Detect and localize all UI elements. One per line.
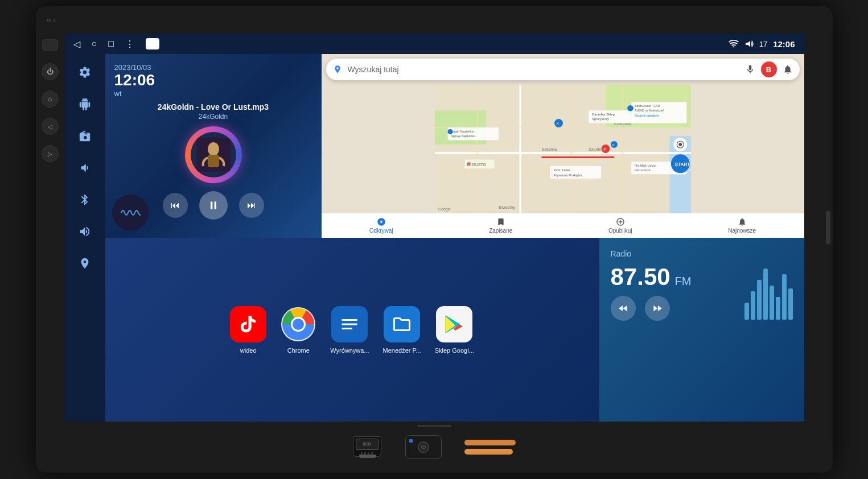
play-pause-button[interactable] <box>199 191 228 220</box>
tab-odkrywaj[interactable]: Odkrywaj <box>369 217 393 234</box>
sidebar-settings[interactable] <box>75 62 95 82</box>
nav-controls[interactable]: ◁ ○ □ ⋮ 🗺 <box>73 38 159 49</box>
camera-accessory <box>405 435 442 459</box>
album-art <box>185 126 242 183</box>
vol-down-side-button[interactable]: ◁ <box>42 118 59 135</box>
home-side-button[interactable]: ⌂ <box>42 90 59 108</box>
sd-card-accessory: 8GB <box>353 436 382 458</box>
radio-controls <box>611 296 670 321</box>
sidebar-location[interactable] <box>75 253 95 274</box>
maps-panel: Wyszukaj tutaj B <box>322 54 804 238</box>
wideo-app-item[interactable]: wideo <box>230 306 266 354</box>
svg-text:START: START <box>674 162 690 167</box>
top-half: 2023/10/03 12:06 wt 24kGoldn - Love Or L… <box>105 54 804 238</box>
music-artist: 24kGoldn <box>114 113 312 121</box>
sklep-label: Sklep Googl... <box>435 347 474 354</box>
prev-button[interactable]: ⏮ <box>163 193 188 218</box>
svg-text:K: K <box>612 143 615 147</box>
frame-top: MIC <box>36 6 833 34</box>
svg-text:Spływy Kajakowe...: Spływy Kajakowe... <box>451 134 476 138</box>
car-unit: MIC ⏻ ⌂ ◁ ▷ 8GB <box>36 6 833 473</box>
radio-equalizer <box>744 297 793 320</box>
tab-zapisane-label: Zapisane <box>489 228 512 234</box>
tab-najnowsze[interactable]: Najnowsze <box>728 217 756 234</box>
tab-zapisane[interactable]: Zapisane <box>489 217 512 234</box>
svg-rect-6 <box>214 201 216 209</box>
frame-right <box>804 34 833 422</box>
menu-button[interactable]: ⋮ <box>125 39 134 49</box>
sd-label: 8GB <box>363 442 371 446</box>
maps-tabs: Odkrywaj Zapisane Opublikuj Najnows <box>322 213 804 238</box>
maps-button[interactable]: 🗺 <box>146 38 159 49</box>
svg-text:Spożywczy: Spożywczy <box>592 117 609 121</box>
tab-odkrywaj-label: Odkrywaj <box>369 228 393 234</box>
wyrownywanie-label: Wyrównywa... <box>330 347 369 354</box>
sidebar-bluetooth[interactable] <box>75 189 95 210</box>
sidebar-vol-down[interactable] <box>75 158 95 178</box>
sidebar-radio[interactable] <box>75 126 95 146</box>
svg-rect-4 <box>208 155 219 167</box>
radio-forward-button[interactable] <box>645 296 670 321</box>
power-side-button[interactable]: ⏻ <box>42 63 59 80</box>
radio-bar-4 <box>763 269 768 320</box>
clock: 12:06 <box>773 39 795 49</box>
svg-point-50 <box>678 143 682 146</box>
music-date: 2023/10/03 <box>114 63 312 72</box>
vol-up-side-button[interactable]: ▷ <box>42 145 59 162</box>
maps-search-bar[interactable]: Wyszukaj tutaj B <box>326 59 800 80</box>
maps-search-text[interactable]: Wyszukaj tutaj <box>348 65 739 74</box>
wifi-icon <box>729 40 739 48</box>
radio-bar-7 <box>782 274 787 320</box>
svg-marker-1 <box>746 41 750 47</box>
home-button[interactable]: ○ <box>92 39 97 49</box>
rst-button[interactable] <box>42 39 58 51</box>
recents-button[interactable]: □ <box>108 39 114 49</box>
svg-text:K: K <box>556 122 559 126</box>
sklep-app-item[interactable]: Sklep Googl... <box>435 306 474 354</box>
svg-text:Ostatnio oglądane: Ostatnio oglądane <box>635 114 659 117</box>
chrome-app-item[interactable]: Chrome <box>280 306 316 354</box>
svg-text:Prywatna Praktyka...: Prywatna Praktyka... <box>553 174 585 177</box>
radio-band: FM <box>675 275 692 288</box>
svg-point-55 <box>447 129 452 134</box>
svg-text:Glazurnicze...: Glazurnicze... <box>635 168 653 172</box>
tab-opublikuj-label: Opublikuj <box>608 228 632 234</box>
wideo-label: wideo <box>240 347 257 354</box>
svg-point-0 <box>733 46 734 47</box>
svg-text:Piotr Keller: Piotr Keller <box>553 168 570 172</box>
apps-panel: wideo <box>105 238 599 422</box>
maps-pin-icon <box>333 64 342 75</box>
user-avatar[interactable]: B <box>761 61 777 77</box>
radio-bar-3 <box>757 280 762 320</box>
radio-rewind-button[interactable] <box>611 296 636 321</box>
back-button[interactable]: ◁ <box>73 39 80 49</box>
menedzer-icon <box>384 306 420 342</box>
signal-strength: 17 <box>759 40 767 48</box>
svg-text:AUDIO na Androidzie!: AUDIO na Androidzie! <box>635 109 664 112</box>
radio-bar-5 <box>770 286 774 320</box>
chrome-label: Chrome <box>287 347 310 354</box>
svg-rect-5 <box>211 201 212 209</box>
radio-bar-8 <box>788 288 793 320</box>
frame-left: ⏻ ⌂ ◁ ▷ <box>36 34 64 422</box>
svg-point-59 <box>293 319 304 330</box>
svg-text:Google: Google <box>438 207 451 212</box>
radio-title: Radio <box>611 249 793 258</box>
wyrownywanie-app-item[interactable]: Wyrównywa... <box>330 306 369 354</box>
radio-bar-1 <box>744 303 749 320</box>
status-bar: ◁ ○ □ ⋮ 🗺 17 12:06 <box>64 34 804 54</box>
radio-panel: Radio 87.50 FM <box>599 238 804 422</box>
menedzer-app-item[interactable]: Menedżer P... <box>383 306 421 354</box>
mic-icon[interactable] <box>745 64 755 75</box>
maps-settings-icon[interactable] <box>783 64 793 75</box>
tab-opublikuj[interactable]: Opublikuj <box>608 217 632 234</box>
main-content: 2023/10/03 12:06 wt 24kGoldn - Love Or L… <box>105 54 804 422</box>
svg-text:Szkolna: Szkolna <box>541 147 557 152</box>
sidebar-android[interactable] <box>75 94 95 114</box>
svg-point-31 <box>467 162 471 166</box>
svg-point-3 <box>208 142 219 156</box>
svg-point-42 <box>627 105 633 112</box>
svg-text:Kajaki Krasieńka -: Kajaki Krasieńka - <box>451 130 475 133</box>
sidebar-vol-up[interactable] <box>75 221 95 242</box>
next-button[interactable]: ⏭ <box>239 193 264 218</box>
